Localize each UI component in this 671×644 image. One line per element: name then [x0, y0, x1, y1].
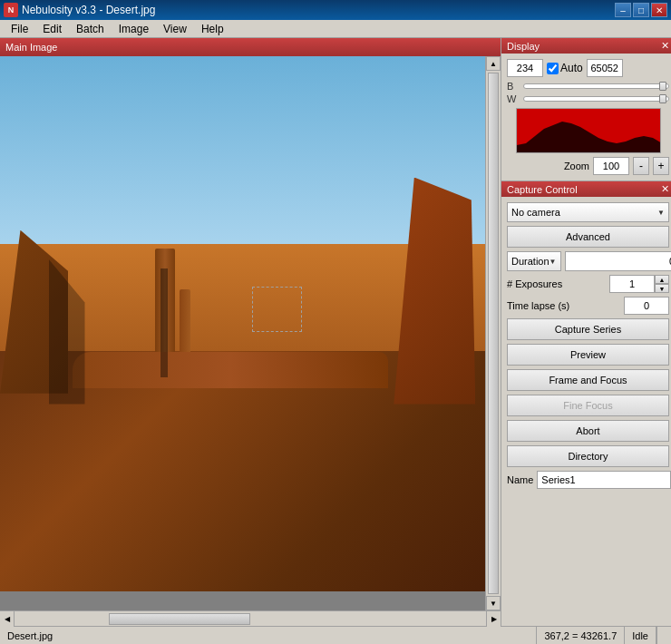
fine-focus-button[interactable]: Fine Focus	[507, 395, 669, 416]
svg-marker-0	[517, 122, 660, 152]
b-slider-label: B	[507, 81, 520, 92]
vertical-scrollbar[interactable]: ▲ ▼	[485, 56, 501, 610]
capture-section-header: Capture Control ✕	[501, 181, 671, 197]
scroll-thumb-vertical[interactable]	[488, 73, 499, 594]
capture-title: Capture Control	[507, 184, 578, 195]
zoom-input[interactable]	[593, 157, 629, 175]
histogram-chart	[517, 109, 660, 152]
image-panel: Main Image	[0, 38, 501, 626]
minimize-button[interactable]: –	[615, 3, 631, 17]
display-title: Display	[507, 41, 540, 52]
display-section-header: Display ✕	[501, 38, 671, 54]
zoom-minus-button[interactable]: -	[633, 157, 649, 175]
w-slider-row: W	[507, 93, 669, 104]
menu-edit[interactable]: Edit	[35, 21, 69, 37]
capture-section: Capture Control ✕ No camera ▼ Advanced D…	[501, 181, 671, 626]
frame-and-focus-button[interactable]: Frame and Focus	[507, 369, 669, 391]
b-slider-row: B	[507, 81, 669, 92]
right-panel: Display ✕ Auto B W	[501, 38, 671, 626]
status-coordinates: 367,2 = 43261.7	[537, 627, 625, 644]
auto-checkbox[interactable]	[547, 63, 559, 74]
zoom-plus-button[interactable]: +	[653, 157, 669, 175]
auto-checkbox-container: Auto	[547, 62, 583, 74]
app-icon: N	[4, 3, 18, 17]
image-panel-header: Main Image	[0, 38, 501, 56]
camera-dropdown[interactable]: No camera ▼	[507, 202, 669, 222]
b-slider-handle[interactable]	[659, 82, 666, 91]
exposures-down-button[interactable]: ▼	[655, 284, 669, 293]
status-bar: Desert.jpg 367,2 = 43261.7 Idle	[0, 626, 671, 644]
exposures-up-button[interactable]: ▲	[655, 275, 669, 284]
w-slider-handle[interactable]	[659, 94, 666, 103]
scroll-down-button[interactable]: ▼	[486, 596, 501, 610]
camera-dropdown-label: No camera	[511, 207, 560, 218]
menu-image[interactable]: Image	[112, 21, 156, 37]
zoom-label: Zoom	[564, 161, 589, 171]
rock-shadow-1	[160, 268, 168, 377]
exposures-row: # Exposures ▲ ▼	[507, 275, 669, 293]
name-label: Name	[507, 474, 533, 485]
exposures-label: # Exposures	[507, 278, 609, 289]
capture-series-button[interactable]: Capture Series	[507, 318, 669, 340]
w-slider-label: W	[507, 93, 520, 104]
duration-input[interactable]	[565, 251, 672, 271]
preview-button[interactable]: Preview	[507, 344, 669, 366]
window-controls[interactable]: – □ ✕	[615, 3, 667, 17]
title-bar-left: N Nebulosity v3.3 - Desert.jpg	[4, 3, 155, 17]
menu-help[interactable]: Help	[194, 21, 231, 37]
exposures-spinner: ▲ ▼	[655, 275, 669, 293]
auto-label: Auto	[560, 62, 583, 74]
timelapse-row: Time lapse (s)	[507, 297, 669, 315]
scroll-right-button[interactable]: ▶	[486, 611, 501, 627]
advanced-button[interactable]: Advanced	[507, 226, 669, 248]
image-viewport[interactable]	[0, 56, 485, 610]
menu-batch[interactable]: Batch	[69, 21, 112, 37]
zoom-row: Zoom - +	[507, 157, 669, 175]
desert-image	[0, 56, 485, 591]
window-title: Nebulosity v3.3 - Desert.jpg	[22, 4, 155, 16]
close-button[interactable]: ✕	[651, 3, 667, 17]
abort-button[interactable]: Abort	[507, 420, 669, 442]
duration-dropdown-label: Duration	[511, 256, 549, 267]
directory-button[interactable]: Directory	[507, 445, 669, 467]
scroll-left-button[interactable]: ◀	[0, 611, 15, 627]
maximize-button[interactable]: □	[633, 3, 649, 17]
display-section: Display ✕ Auto B W	[501, 38, 671, 181]
display-value2-input[interactable]	[587, 59, 623, 77]
w-slider-track[interactable]	[523, 96, 669, 102]
horizontal-scrollbar[interactable]: ◀ ▶	[0, 610, 501, 626]
scroll-thumb-horizontal[interactable]	[109, 613, 250, 625]
menu-file[interactable]: File	[4, 21, 35, 37]
main-container: Main Image	[0, 38, 671, 626]
name-input[interactable]	[537, 471, 671, 489]
display-values-row: Auto	[507, 59, 669, 77]
display-close-button[interactable]: ✕	[661, 40, 669, 52]
timelapse-input[interactable]	[624, 297, 669, 315]
histogram	[516, 108, 661, 153]
menu-view[interactable]: View	[156, 21, 194, 37]
dropdown-arrow-icon: ▼	[657, 209, 665, 217]
title-bar: N Nebulosity v3.3 - Desert.jpg – □ ✕	[0, 0, 671, 20]
timelapse-label: Time lapse (s)	[507, 300, 624, 311]
status-state: Idle	[625, 627, 656, 644]
display-value1-input[interactable]	[507, 59, 543, 77]
capture-close-button[interactable]: ✕	[661, 183, 669, 195]
scroll-up-button[interactable]: ▲	[486, 56, 501, 71]
duration-row: Duration ▼	[507, 251, 669, 271]
menu-bar: File Edit Batch Image View Help	[0, 20, 671, 38]
exposures-input[interactable]	[609, 275, 655, 293]
status-filename: Desert.jpg	[0, 627, 537, 644]
image-panel-title: Main Image	[5, 42, 57, 53]
duration-dropdown[interactable]: Duration ▼	[507, 251, 561, 271]
duration-arrow-icon: ▼	[549, 258, 557, 266]
b-slider-track[interactable]	[523, 83, 669, 89]
middle-terrain	[73, 352, 388, 388]
name-row: Name	[507, 471, 669, 489]
